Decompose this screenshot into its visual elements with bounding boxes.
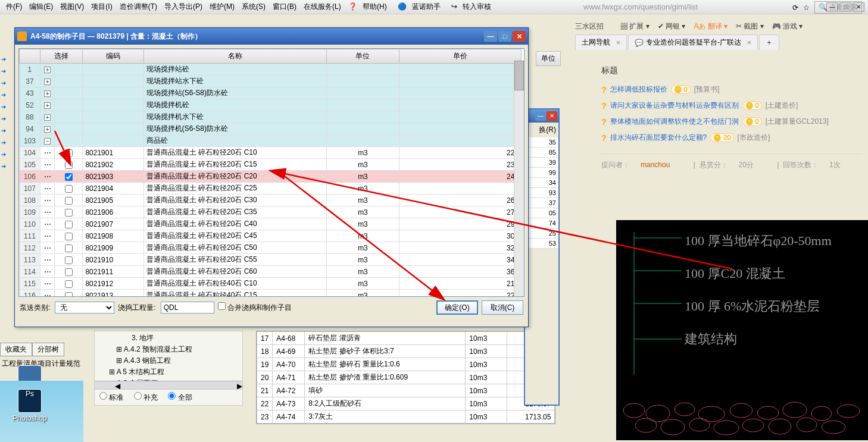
- left-tab-fragment[interactable]: 三水区招: [575, 21, 604, 32]
- table-row[interactable]: 17A4-68碎石垫层 灌沥青10m33877.89: [257, 332, 555, 345]
- qa-link[interactable]: 请问大家设备运杂费与材料运杂费有区别: [610, 101, 739, 111]
- arrow-icon[interactable]: ➔: [1, 104, 11, 113]
- tree-item[interactable]: ⊞ A 5 木结构工程: [96, 366, 241, 378]
- close-icon[interactable]: ×: [747, 39, 751, 47]
- category-tree[interactable]: 3. 地坪 ⊞ A.4.2 预制混凝土工程 ⊞ A.4.3 钢筋工程 ⊞ A 5…: [94, 331, 243, 391]
- table-row[interactable]: 20A4-71粘土垫层 掺炉渣 重量比1:0.60910m31268.57: [257, 371, 555, 384]
- col-select[interactable]: 选择: [40, 49, 83, 64]
- row-checkbox[interactable]: [65, 280, 73, 288]
- cancel-button[interactable]: 取消(C): [482, 300, 523, 315]
- tab-qa[interactable]: 💬 专业造价问题答疑平台-广联达×: [628, 35, 758, 50]
- table-row[interactable]: 23A4-743:7灰土10m31713.05: [257, 410, 555, 424]
- menu-view[interactable]: 视图(V): [57, 1, 88, 13]
- background-item-table[interactable]: 17A4-68碎石垫层 灌沥青10m33877.8918A4-69粘土垫层 掺砂…: [256, 331, 555, 424]
- group-row[interactable]: 94+现场搅拌机(S6-S8)防水砼: [20, 123, 522, 135]
- item-row[interactable]: 107⋯8021904普通商品混凝土 碎石粒径20石 C25m3: [20, 183, 522, 195]
- expand-icon[interactable]: +: [44, 79, 51, 85]
- arrow-icon[interactable]: ➔: [1, 139, 11, 149]
- group-row[interactable]: 37+现场搅拌站水下砼: [20, 76, 522, 87]
- qa-link[interactable]: 整体楼地面如何调整软件使之不包括门洞: [610, 117, 739, 127]
- snap-button[interactable]: ✂ 截图 ▾: [736, 21, 764, 32]
- expand-icon[interactable]: +: [44, 67, 51, 73]
- qa-item[interactable]: ?排水沟碎石面层要套什么定额? 🪙 20 [市政造价]: [601, 133, 862, 143]
- item-row[interactable]: 111⋯8021908普通商品混凝土 碎石粒径20石 C45m3305: [20, 230, 522, 242]
- qa-item[interactable]: ?整体楼地面如何调整软件使之不包括门洞 🪙 0 [土建算量GCL2013]: [601, 117, 862, 127]
- tree-item[interactable]: ⊞ A.4.3 钢筋工程: [96, 355, 241, 366]
- table-row[interactable]: 18A4-69粘土垫层 掺砂子 体积比3:710m31075.13: [257, 345, 555, 358]
- expand-icon[interactable]: +: [44, 102, 51, 109]
- item-row[interactable]: 104⋯8021901普通商品混凝土 碎石粒径20石 C10m3220: [20, 147, 522, 159]
- item-row[interactable]: 116⋯8021913普通商品混凝土 碎石粒径40石 C15m3225: [20, 290, 522, 297]
- qa-link[interactable]: 怎样调低投标报价: [610, 84, 667, 95]
- reload-icon[interactable]: ⟳: [792, 4, 798, 12]
- translate-button[interactable]: Aあ 翻译 ▾: [694, 21, 728, 32]
- col-price[interactable]: 单价: [399, 49, 522, 64]
- item-row[interactable]: 110⋯8021907普通商品混凝土 碎石粒径20石 C40m3295: [20, 218, 522, 230]
- radio-all[interactable]: 全部: [168, 393, 192, 402]
- close-icon[interactable]: ×: [616, 39, 620, 47]
- menu-maintain[interactable]: 维护(M): [206, 1, 238, 13]
- col-unit[interactable]: 单位: [326, 49, 399, 64]
- row-checkbox[interactable]: [65, 292, 73, 297]
- ok-button[interactable]: 确定(O): [436, 300, 478, 315]
- arrow-icon[interactable]: ➔: [1, 115, 11, 125]
- expand-icon[interactable]: +: [44, 114, 51, 121]
- minimize-button[interactable]: —: [484, 31, 497, 42]
- ext-button[interactable]: ▦ 扩展 ▾: [620, 21, 650, 32]
- address-bar[interactable]: www.fwxgx.com/question/gimi/list: [583, 2, 698, 11]
- group-row-open[interactable]: 103−商品砼: [20, 135, 522, 147]
- grid-scrollbar[interactable]: [514, 61, 524, 296]
- radio-standard[interactable]: 标准: [99, 393, 123, 402]
- item-row[interactable]: 105⋯8021902普通商品混凝土 碎石粒径20石 C15m3230: [20, 159, 522, 171]
- row-checkbox[interactable]: [65, 161, 73, 169]
- menu-window[interactable]: 窗口(B): [269, 1, 300, 13]
- maximize-button[interactable]: □: [498, 31, 511, 42]
- menu-adjust[interactable]: 造价调整(T): [116, 1, 161, 13]
- pump-select[interactable]: 无: [55, 302, 114, 314]
- row-checkbox[interactable]: [65, 185, 73, 193]
- tree-item[interactable]: 3. 地坪: [96, 333, 241, 344]
- bank-button[interactable]: ✔ 网银 ▾: [658, 21, 686, 32]
- menu-assistant[interactable]: 🔵 蓝诺助手: [394, 1, 448, 13]
- menu-edit[interactable]: 编辑(E): [26, 1, 57, 13]
- row-checkbox[interactable]: [65, 149, 73, 157]
- group-row[interactable]: 88+现场搅拌机水下砼: [20, 111, 522, 123]
- arrow-icon[interactable]: ➔: [1, 163, 11, 173]
- group-row[interactable]: 1+现场搅拌站砼: [20, 64, 522, 76]
- tab-new[interactable]: ＋: [759, 35, 779, 50]
- star-icon[interactable]: ☆: [803, 4, 810, 12]
- minimize-button[interactable]: —: [535, 111, 546, 121]
- menu-system[interactable]: 系统(S): [238, 1, 269, 13]
- items-grid[interactable]: 选择 编码 名称 单位 单价 1+现场搅拌站砼37+现场搅拌站水下砼43+现场搅…: [18, 48, 524, 297]
- qty-input[interactable]: [161, 302, 214, 314]
- game-button[interactable]: 🎮 游戏 ▾: [772, 21, 803, 32]
- qa-item[interactable]: ?怎样调低投标报价 🪙 0 [预算书]: [601, 84, 862, 95]
- group-row[interactable]: 52+现场搅拌机砼: [20, 99, 522, 111]
- arrow-icon[interactable]: ➔: [1, 80, 11, 89]
- row-checkbox[interactable]: [65, 197, 73, 205]
- table-row[interactable]: 19A4-70粘土垫层 掺碎石 重量比1:0.610m31259.07: [257, 358, 555, 371]
- tab-division-tree[interactable]: 分部树: [32, 343, 64, 356]
- arrow-icon[interactable]: ➔: [1, 127, 11, 137]
- group-row[interactable]: 43+现场搅拌站(S6-S8)防水砼: [20, 87, 522, 99]
- item-row[interactable]: 108⋯8021905普通商品混凝土 碎石粒径20石 C30m3260: [20, 195, 522, 206]
- tab-nav[interactable]: 土网导航×: [575, 35, 627, 50]
- row-checkbox[interactable]: [65, 256, 73, 264]
- arrow-icon[interactable]: ➔: [1, 56, 11, 65]
- main-menubar[interactable]: 件(F) 编辑(E) 视图(V) 项目(I) 造价调整(T) 导入导出(P) 维…: [0, 0, 868, 14]
- radio-supplement[interactable]: 补充: [134, 393, 158, 402]
- table-row[interactable]: 21A4-72填砂10m3901.66: [257, 384, 555, 397]
- expand-icon[interactable]: +: [44, 126, 51, 133]
- menu-audit[interactable]: ↪ 转入审核: [448, 1, 498, 13]
- menu-online[interactable]: 在线服务(L): [300, 1, 345, 13]
- tree-item[interactable]: ⊞ A.4.2 预制混凝土工程: [96, 344, 241, 355]
- close-button[interactable]: ✕: [513, 31, 526, 42]
- col-code[interactable]: 编码: [83, 49, 143, 64]
- expand-icon[interactable]: +: [44, 90, 51, 97]
- row-checkbox[interactable]: [65, 221, 73, 228]
- table-row[interactable]: 22A4-738:2人工级配砂石10m31178.67: [257, 397, 555, 410]
- item-row[interactable]: 115⋯8021912普通商品混凝土 碎石粒径40石 C10m3215: [20, 278, 522, 290]
- row-checkbox[interactable]: [65, 209, 73, 217]
- close-button[interactable]: ✕: [547, 111, 557, 121]
- row-checkbox[interactable]: [65, 244, 73, 252]
